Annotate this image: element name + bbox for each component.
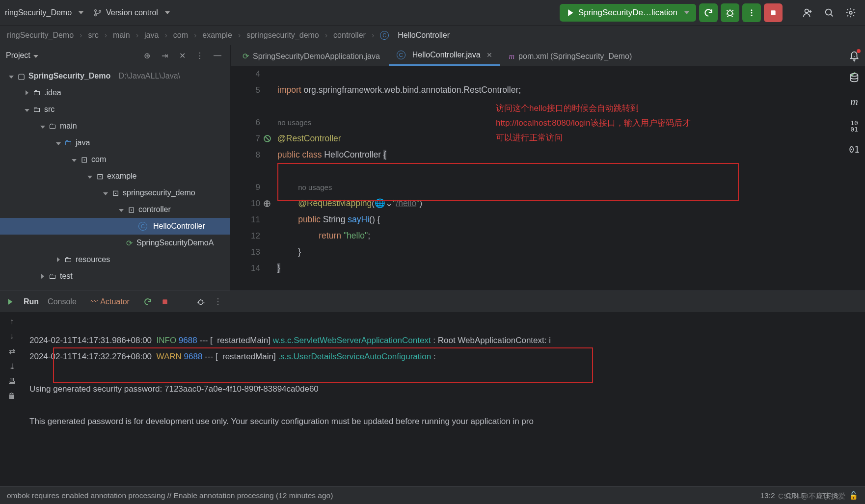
- actuator-label: Actuator: [100, 297, 130, 306]
- version-control[interactable]: Version control: [93, 8, 170, 17]
- debug-button[interactable]: [721, 3, 739, 22]
- tree-java[interactable]: 🗀java: [0, 134, 230, 151]
- notifications-button[interactable]: [849, 50, 860, 61]
- expand-all-button[interactable]: ⇥: [158, 49, 171, 62]
- zero-one-button[interactable]: 01: [849, 144, 860, 155]
- database-button[interactable]: [849, 73, 860, 83]
- bc-5[interactable]: example: [202, 31, 232, 40]
- gutter-web-icon[interactable]: [260, 195, 274, 212]
- usage-hint[interactable]: no usages: [277, 118, 311, 127]
- tree-main[interactable]: 🗀main: [0, 118, 230, 134]
- generated-password: Using generated security password: 7123a…: [29, 384, 319, 394]
- database-icon: [849, 73, 860, 83]
- project-selector[interactable]: ringSecurity_Demo: [5, 8, 83, 17]
- caret-position[interactable]: 13:2: [760, 491, 775, 500]
- print-button[interactable]: 🖶: [8, 377, 16, 386]
- scroll-to-end-button[interactable]: ⤓: [9, 362, 15, 371]
- tree-root[interactable]: ▢SpringSecurity_Demo D:\JavaALL\Java\: [0, 68, 230, 84]
- scroll-up-button[interactable]: ↑: [10, 317, 14, 326]
- actuator-tab[interactable]: 〰 Actuator: [85, 295, 135, 308]
- soft-wrap-button[interactable]: ⇄: [9, 346, 15, 356]
- debug-console-icon[interactable]: [196, 297, 205, 306]
- close-icon[interactable]: ✕: [487, 51, 492, 59]
- rerun-button[interactable]: [699, 3, 718, 22]
- select-open-file-button[interactable]: ⊕: [140, 49, 154, 62]
- class-icon: C: [397, 51, 405, 59]
- more-run-button[interactable]: [742, 3, 761, 22]
- hide-panel-button[interactable]: —: [211, 49, 224, 62]
- bc-8[interactable]: HelloController: [398, 31, 450, 40]
- node-label: SpringSecurityDemoA: [136, 239, 214, 247]
- bc-0[interactable]: ringSecurity_Demo: [7, 31, 74, 40]
- tab-pom[interactable]: mpom.xml (SpringSecurity_Demo): [501, 47, 640, 66]
- search-everywhere-button[interactable]: [820, 3, 838, 22]
- tree-options-button[interactable]: ⋮: [193, 49, 207, 62]
- tree-idea[interactable]: 🗀.idea: [0, 84, 230, 101]
- breadcrumb[interactable]: ringSecurity_Demo› src› main› java› com›…: [0, 26, 865, 45]
- bc-2[interactable]: main: [113, 31, 130, 40]
- project-view-selector[interactable]: Project: [6, 51, 38, 60]
- clear-button[interactable]: 🗑: [8, 392, 16, 400]
- settings-button[interactable]: [841, 3, 860, 22]
- collapse-all-button[interactable]: ✕: [175, 49, 189, 62]
- tree-resources[interactable]: 🗀resources: [0, 251, 230, 268]
- folder-icon: 🗀: [32, 105, 41, 114]
- maven-button[interactable]: m: [850, 95, 858, 108]
- tab-label: pom.xml (SpringSecurity_Demo): [518, 52, 632, 61]
- tree-controller[interactable]: ⊡controller: [0, 201, 230, 218]
- type: String: [323, 214, 348, 224]
- tab-app[interactable]: ⟳SpringSecurityDemoApplication.java: [235, 47, 388, 66]
- tree-test[interactable]: 🗀test: [0, 268, 230, 285]
- keyword: import: [277, 85, 301, 95]
- tab-hello[interactable]: CHelloController.java✕: [389, 46, 500, 66]
- svg-point-10: [826, 9, 832, 15]
- code-editor[interactable]: 4 5 6 7 8 9 10 11 12 13 14 import org.: [231, 66, 865, 291]
- bc-4[interactable]: com: [173, 31, 188, 40]
- bc-3[interactable]: java: [144, 31, 159, 40]
- stop-console-icon[interactable]: [161, 298, 169, 306]
- usage-hint[interactable]: no usages: [298, 183, 332, 191]
- tree-hello-controller[interactable]: CHelloController: [0, 218, 230, 235]
- line-num: [231, 98, 260, 114]
- tree-pkg[interactable]: ⊡springsecurity_demo: [0, 185, 230, 201]
- bc-7[interactable]: controller: [333, 31, 366, 40]
- code-with-me-button[interactable]: [798, 3, 817, 22]
- svg-point-14: [851, 74, 858, 77]
- bc-6[interactable]: springsecurity_demo: [246, 31, 319, 40]
- tree-src[interactable]: 🗀src: [0, 101, 230, 118]
- brace: }: [298, 247, 301, 257]
- node-label: HelloController: [153, 222, 205, 231]
- rerun-console-icon[interactable]: [143, 297, 152, 306]
- stop-button[interactable]: [764, 3, 783, 22]
- rerun-icon: [567, 9, 574, 17]
- line-gutter[interactable]: 4 5 6 7 8 9 10 11 12 13 14: [231, 66, 260, 276]
- tree-app[interactable]: ⟳SpringSecurityDemoA: [0, 235, 230, 251]
- branch-icon: [93, 8, 102, 17]
- package-icon: ⊡: [80, 155, 88, 164]
- status-message[interactable]: ombok requires enabled annotation proces…: [7, 491, 333, 500]
- console-output[interactable]: 2024-02-11T14:17:31.986+08:00 INFO 9688 …: [24, 312, 865, 445]
- run-tab[interactable]: Run: [24, 297, 39, 306]
- readonly-indicator[interactable]: 🔓: [849, 491, 858, 500]
- spring-run-icon: ⟳: [125, 239, 134, 248]
- scroll-down-button[interactable]: ↓: [10, 332, 14, 341]
- url-string[interactable]: /hello: [396, 198, 416, 208]
- tree-com[interactable]: ⊡com: [0, 151, 230, 168]
- package-icon: ⊡: [111, 188, 120, 198]
- root-path: D:\JavaALL\Java\: [119, 72, 180, 80]
- code-text: (🌐⌄: [372, 198, 393, 208]
- gutter-warning-icon[interactable]: [260, 131, 274, 147]
- node-label: controller: [138, 205, 171, 214]
- gear-icon: [845, 7, 856, 18]
- tree-example[interactable]: ⊡example: [0, 168, 230, 185]
- svg-point-1: [95, 14, 97, 16]
- csdn-watermark: CSDN @不应该执爱: [778, 492, 845, 501]
- run-config-selector[interactable]: SpringSecurityDe…lication: [560, 4, 696, 22]
- project-tree[interactable]: ▢SpringSecurity_Demo D:\JavaALL\Java\ 🗀.…: [0, 66, 230, 287]
- log-text: --- [ restartedMain]: [197, 336, 273, 345]
- console-tab[interactable]: Console: [48, 297, 77, 306]
- code-text: org.springframework.web.bind.annotation.…: [301, 85, 521, 95]
- bc-1[interactable]: src: [88, 31, 98, 40]
- binary-button[interactable]: 1001: [850, 120, 858, 133]
- console-options-button[interactable]: ⋮: [214, 297, 222, 306]
